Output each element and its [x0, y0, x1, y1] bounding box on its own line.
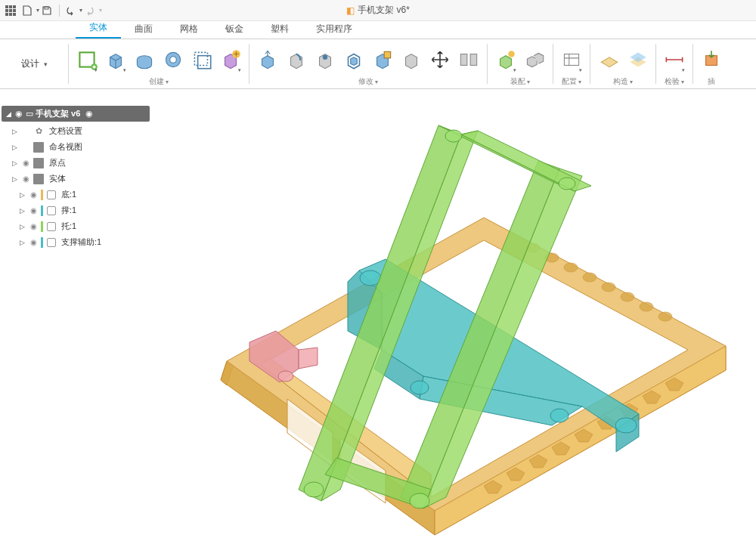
tab-plastic[interactable]: 塑料	[257, 20, 302, 39]
plane-icon[interactable]	[596, 48, 621, 72]
expand-icon[interactable]: ▷	[11, 144, 18, 151]
browser-item-label: 托:1	[61, 221, 76, 232]
expand-icon[interactable]: ▷	[11, 175, 18, 183]
svg-rect-1	[9, 5, 12, 8]
as-built-joint-icon[interactable]	[522, 48, 547, 72]
eye-icon[interactable]: ◉	[28, 238, 39, 246]
app-menu-icon[interactable]	[3, 3, 18, 18]
svg-point-34	[615, 418, 637, 433]
insert-icon[interactable]	[699, 48, 723, 72]
color-swatch	[41, 221, 43, 232]
workspace-tabs: 实体 曲面 网格 钣金 塑料 实用程序	[0, 21, 756, 39]
expand-icon[interactable]: ▷	[18, 223, 26, 230]
group-assemble-label: 装配 ▾	[510, 76, 530, 87]
browser-item[interactable]: ▷命名视图	[0, 139, 151, 155]
group-modify-label: 修改 ▾	[358, 76, 378, 87]
color-swatch	[41, 205, 43, 216]
group-configure-label: 配置 ▾	[562, 76, 581, 87]
redo-icon[interactable]	[82, 3, 98, 18]
svg-rect-21	[470, 54, 477, 65]
browser-item[interactable]: ▷◉实体	[0, 171, 151, 187]
browser-item[interactable]: ▷◉底:1	[0, 187, 151, 202]
browser-root-label: 手机支架 v6	[36, 108, 80, 119]
emboss-icon[interactable]: ▾	[218, 48, 243, 72]
group-construct-label: 构造 ▾	[613, 76, 633, 87]
configure-icon[interactable]: ▾	[559, 48, 584, 72]
rib-icon[interactable]	[190, 48, 214, 72]
svg-rect-5	[13, 9, 16, 12]
combine-icon[interactable]	[399, 48, 423, 72]
tab-mesh[interactable]: 网格	[166, 20, 212, 39]
chamfer-icon[interactable]	[313, 48, 337, 72]
svg-rect-15	[194, 52, 207, 65]
expand-icon[interactable]: ▷	[11, 159, 18, 167]
folder-icon	[33, 174, 44, 184]
eye-icon[interactable]: ◉	[20, 159, 31, 167]
undo-icon[interactable]	[63, 3, 78, 18]
browser-item[interactable]: ▷◉撑:1	[0, 202, 151, 218]
eye-icon[interactable]: ◉	[20, 175, 31, 183]
browser-root[interactable]: ◢ ◉ ▭ 手机支架 v6 ◉	[2, 106, 150, 122]
extrude-icon[interactable]: ▾	[104, 48, 128, 72]
move-icon[interactable]	[428, 48, 452, 72]
axis-icon[interactable]	[625, 48, 649, 72]
doc-title-text: 手机支架 v6*	[358, 4, 410, 17]
eye-icon[interactable]: ◉	[28, 222, 39, 230]
tab-surface[interactable]: 曲面	[121, 20, 166, 39]
expand-icon[interactable]: ▷	[18, 191, 26, 199]
eye-icon[interactable]: ◉	[28, 190, 39, 199]
design-workspace-button[interactable]: 设计▾	[0, 39, 68, 88]
visibility-icon[interactable]: ◉	[85, 109, 93, 119]
svg-rect-19	[384, 51, 391, 58]
radio-icon[interactable]: ◉	[14, 109, 23, 119]
browser-item[interactable]: ▷◉支撑辅助:1	[0, 234, 151, 250]
svg-rect-3	[5, 9, 8, 12]
browser-item[interactable]: ▷◉托:1	[0, 218, 151, 234]
tab-solid[interactable]: 实体	[76, 18, 121, 39]
collapse-icon[interactable]: ◢	[5, 110, 12, 118]
svg-point-38	[410, 493, 429, 508]
svg-rect-8	[13, 13, 16, 16]
svg-point-27	[564, 263, 578, 272]
shell-icon[interactable]	[342, 48, 366, 72]
svg-point-35	[411, 381, 429, 394]
sketch-icon[interactable]: ▾	[75, 48, 99, 72]
new-file-icon[interactable]	[20, 3, 35, 18]
align-icon[interactable]	[457, 48, 481, 72]
presspull-icon[interactable]	[256, 48, 280, 72]
svg-point-39	[445, 130, 462, 142]
svg-point-40	[559, 178, 575, 190]
sweep-icon[interactable]	[161, 48, 185, 72]
component-icon: ▭	[26, 109, 33, 119]
document-title: ◧ 手机支架 v6*	[346, 4, 410, 17]
color-swatch	[41, 190, 43, 200]
svg-rect-2	[13, 5, 16, 8]
expand-icon[interactable]: ▷	[18, 207, 26, 215]
fillet-icon[interactable]	[284, 48, 308, 72]
revolve-icon[interactable]	[132, 48, 156, 72]
expand-icon[interactable]: ▷	[18, 239, 26, 246]
joint-icon[interactable]: ▾	[494, 48, 518, 72]
svg-point-14	[170, 56, 177, 63]
svg-point-31	[640, 302, 653, 311]
browser-item[interactable]: ▷◉原点	[0, 155, 151, 171]
draft-icon[interactable]	[370, 48, 395, 72]
save-icon[interactable]	[39, 3, 54, 18]
svg-point-36	[550, 409, 569, 422]
body-icon	[47, 206, 56, 215]
svg-rect-16	[198, 55, 211, 68]
group-create-label: 创建 ▾	[149, 76, 169, 87]
svg-rect-4	[9, 9, 12, 12]
tab-sheetmetal[interactable]: 钣金	[212, 20, 257, 39]
expand-icon[interactable]: ▷	[11, 128, 18, 135]
browser-item-label: 底:1	[61, 189, 76, 200]
browser-item[interactable]: ▷✿文档设置	[0, 123, 151, 139]
measure-icon[interactable]: ▾	[662, 48, 686, 72]
body-icon	[47, 222, 56, 231]
browser-item-label: 原点	[49, 157, 66, 168]
gear-icon: ✿	[33, 126, 44, 136]
svg-point-29	[602, 283, 615, 292]
eye-icon[interactable]: ◉	[28, 206, 39, 215]
tab-utilities[interactable]: 实用程序	[302, 20, 366, 39]
body-icon	[47, 238, 56, 247]
